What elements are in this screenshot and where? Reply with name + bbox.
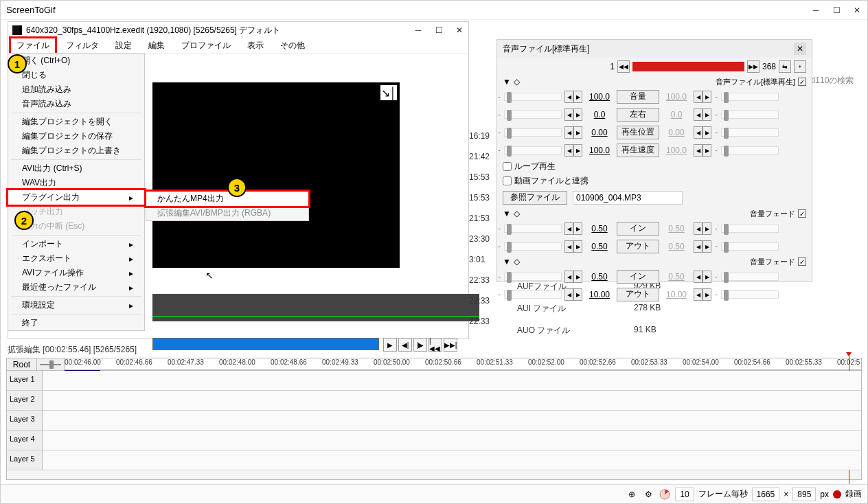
param-value-right[interactable]: 0.0 xyxy=(662,109,691,120)
menu-avi-out[interactable]: AVI出力 (Ctrl+S) xyxy=(8,161,144,176)
timeline-layer-row[interactable]: Layer 3 xyxy=(7,411,861,431)
editor-maximize-button[interactable]: ☐ xyxy=(434,25,444,35)
menu-proj-overwrite[interactable]: 編集プロジェクトの上書き xyxy=(8,144,144,158)
timeline-layer-row[interactable]: Layer 5 xyxy=(7,450,861,470)
param-label[interactable]: 再生速度 xyxy=(617,144,659,157)
minimize-button[interactable]: ─ xyxy=(811,5,821,15)
frame-next-button[interactable]: ▶▶ xyxy=(747,60,760,73)
param-value-left[interactable]: 0.0 xyxy=(585,109,614,120)
spin-down[interactable]: ◀ xyxy=(694,288,703,301)
maximize-button[interactable]: ☐ xyxy=(832,5,841,15)
param-label[interactable]: イン xyxy=(617,270,659,284)
timeline-layer-row[interactable]: Layer 4 xyxy=(7,431,861,450)
gear-icon[interactable]: ⚙ xyxy=(642,488,654,501)
slider-left[interactable] xyxy=(504,225,562,233)
menu-other[interactable]: その他 xyxy=(275,38,310,53)
width-value[interactable]: 1665 xyxy=(752,488,780,501)
param-value-right[interactable]: 0.00 xyxy=(662,127,691,138)
spin-up[interactable]: ▶ xyxy=(703,108,711,121)
frame-slider[interactable] xyxy=(632,62,744,71)
spin-down[interactable]: ◀ xyxy=(564,91,573,103)
step-back-button[interactable]: ◀| xyxy=(398,338,412,352)
add-icon[interactable]: + xyxy=(794,60,806,73)
layer-track[interactable] xyxy=(43,431,861,450)
spin-down[interactable]: ◀ xyxy=(694,108,703,121)
spin-up[interactable]: ▶ xyxy=(703,144,711,157)
layer-track[interactable] xyxy=(43,411,861,430)
spin-up[interactable]: ▶ xyxy=(573,222,582,235)
fade-checkbox-2[interactable] xyxy=(798,257,806,266)
menu-filter[interactable]: フィルタ xyxy=(60,38,104,53)
spin-down[interactable]: ◀ xyxy=(694,271,703,283)
spin-up[interactable]: ▶ xyxy=(703,271,711,283)
play-button[interactable]: ▶ xyxy=(383,338,397,352)
slider-right[interactable] xyxy=(721,93,779,101)
timeline-layer-row[interactable]: Layer 1 xyxy=(7,371,861,391)
menu-file[interactable]: ファイル xyxy=(11,38,55,53)
spin-up[interactable]: ▶ xyxy=(573,108,582,121)
spin-down[interactable]: ◀ xyxy=(564,144,573,157)
menu-audio-load[interactable]: 音声読み込み xyxy=(8,97,144,111)
slider-left[interactable] xyxy=(504,128,562,137)
spin-up[interactable]: ▶ xyxy=(573,240,582,253)
anchor-icon[interactable]: ◇ xyxy=(514,77,520,87)
spin-up[interactable]: ▶ xyxy=(573,126,582,139)
submenu-easy-mp4[interactable]: かんたんMP4出力 xyxy=(146,192,308,206)
list-item[interactable]: AUI ファイル278 KB xyxy=(517,303,661,325)
menu-close-file[interactable]: 閉じる xyxy=(8,68,144,82)
param-value-left[interactable]: 0.00 xyxy=(585,127,614,138)
spin-down[interactable]: ◀ xyxy=(694,144,703,157)
slider-right[interactable] xyxy=(721,242,779,251)
param-label[interactable]: アウト xyxy=(617,240,659,253)
slider-left[interactable] xyxy=(504,242,562,251)
param-value-right[interactable]: 0.50 xyxy=(662,271,691,282)
param-value-left[interactable]: 0.50 xyxy=(585,271,614,282)
menu-recent[interactable]: 最近使ったファイル▸ xyxy=(8,280,144,295)
section-toggle[interactable]: ▼ xyxy=(503,77,511,87)
target-icon[interactable]: ⊕ xyxy=(626,488,638,501)
layer-label[interactable]: Layer 2 xyxy=(7,391,43,410)
close-button[interactable]: ✕ xyxy=(852,5,862,15)
param-value-right[interactable]: 0.50 xyxy=(662,241,691,252)
spin-down[interactable]: ◀ xyxy=(694,91,703,103)
search-input[interactable]: utl110の検索 xyxy=(806,75,855,87)
loop-checkbox[interactable] xyxy=(503,162,512,171)
go-end-button[interactable]: ▶▶| xyxy=(444,338,457,352)
exit-fullscreen-icon[interactable]: ↘│ xyxy=(380,85,397,100)
menu-settings[interactable]: 設定 xyxy=(110,38,137,53)
slider-left[interactable] xyxy=(504,146,562,154)
menu-view[interactable]: 表示 xyxy=(242,38,269,53)
param-value-left[interactable]: 0.50 xyxy=(585,241,614,252)
layer-track[interactable] xyxy=(43,450,861,470)
spin-down[interactable]: ◀ xyxy=(564,222,573,235)
menu-wav-out[interactable]: WAV出力 xyxy=(8,176,144,190)
spin-down[interactable]: ◀ xyxy=(564,108,573,121)
spin-down[interactable]: ◀ xyxy=(564,126,573,139)
timeline-ruler[interactable]: 00:02:46.0000:02:46.6600:02:47.3300:02:4… xyxy=(65,358,861,370)
layer-label[interactable]: Layer 5 xyxy=(7,450,43,470)
menu-edit[interactable]: 編集 xyxy=(143,38,170,53)
menu-import[interactable]: インポート▸ xyxy=(8,237,144,251)
menu-open[interactable]: 開く (Ctrl+O) xyxy=(8,54,144,68)
link-video-checkbox[interactable] xyxy=(503,176,512,185)
fps-value[interactable]: 10 xyxy=(675,488,694,501)
slider-right[interactable] xyxy=(721,290,779,299)
list-item[interactable]: AUO ファイル91 KB xyxy=(517,325,661,347)
slider-right[interactable] xyxy=(721,146,779,154)
anchor-icon[interactable]: ◇ xyxy=(514,209,520,218)
spin-down[interactable]: ◀ xyxy=(694,222,703,235)
slider-right[interactable] xyxy=(721,273,779,281)
menu-plugin-out[interactable]: プラグイン出力▸ xyxy=(8,190,144,205)
submenu-avi-bmp[interactable]: 拡張編集AVI/BMP出力 (RGBA) xyxy=(146,206,308,220)
menu-avi-ops[interactable]: AVIファイル操作▸ xyxy=(8,266,144,280)
slider-left[interactable] xyxy=(504,290,562,299)
height-value[interactable]: 895 xyxy=(792,488,816,501)
spin-up[interactable]: ▶ xyxy=(573,271,582,283)
spin-down[interactable]: ◀ xyxy=(694,240,703,253)
spin-up[interactable]: ▶ xyxy=(573,144,582,157)
param-value-left[interactable]: 100.0 xyxy=(585,145,614,156)
param-value-right[interactable]: 100.0 xyxy=(662,91,691,102)
param-label[interactable]: アウト xyxy=(617,288,659,301)
param-value-left[interactable]: 100.0 xyxy=(585,91,614,102)
record-icon[interactable] xyxy=(833,490,841,499)
